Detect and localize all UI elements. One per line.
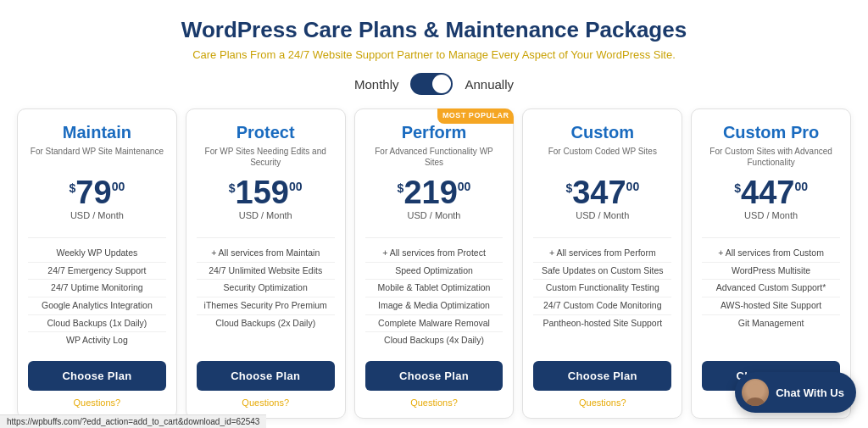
chat-avatar [742,379,769,406]
questions-link-protect[interactable]: Questions? [242,397,289,408]
feature-item: Cloud Backups (1x Daily) [28,315,166,333]
billing-toggle[interactable] [410,73,453,95]
plan-name-perform: Perform [402,123,467,142]
plan-price-maintain: $ 79 00 [70,176,125,208]
price-amount: 447 [741,176,794,208]
price-dollar: $ [565,181,572,195]
price-period-custom-pro: USD / Month [744,210,798,220]
status-url: https://wpbuffs.com/?edd_action=add_to_c… [7,417,259,426]
feature-item: Image & Media Optimization [365,297,504,315]
price-cents: 00 [794,180,808,193]
status-bar: https://wpbuffs.com/?edd_action=add_to_c… [0,414,266,428]
price-divider [365,237,504,238]
svg-point-0 [749,384,761,396]
plan-name-protect: Protect [236,123,295,142]
price-amount: 159 [236,176,289,208]
feature-item: Weekly WP Updates [28,245,166,263]
features-list-maintain: Weekly WP Updates24/7 Emergency Support2… [28,245,166,349]
feature-item: + All services from Maintain [197,245,335,263]
feature-item: iThemes Security Pro Premium [197,297,335,315]
choose-plan-button-maintain[interactable]: Choose Plan [28,361,166,391]
feature-item: Custom Functionality Testing [533,280,671,297]
feature-item: Cloud Backups (2x Daily) [197,315,335,332]
price-amount: 347 [572,176,626,208]
feature-item: Pantheon-hosted Site Support [533,315,671,332]
billing-toggle-row: Monthly Annually [17,73,851,95]
annually-label: Annually [465,77,514,92]
choose-plan-button-perform[interactable]: Choose Plan [365,361,504,391]
chat-label: Chat With Us [776,386,844,399]
price-cents: 00 [458,180,471,193]
price-dollar: $ [734,181,741,195]
features-list-perform: + All services from ProtectSpeed Optimiz… [365,245,504,349]
price-divider [28,237,166,238]
monthly-label: Monthly [354,77,399,92]
plan-name-custom: Custom [571,123,634,142]
price-amount: 79 [75,176,111,208]
feature-item: Google Analytics Integration [28,297,166,315]
price-period-perform: USD / Month [408,210,461,220]
price-amount: 219 [403,176,457,208]
price-dollar: $ [70,181,76,195]
price-cents: 00 [112,180,125,193]
questions-link-perform[interactable]: Questions? [410,397,458,408]
price-period-protect: USD / Month [239,210,292,220]
price-period-maintain: USD / Month [70,210,124,220]
questions-link-maintain[interactable]: Questions? [74,397,121,408]
plan-tagline-perform: For Advanced Functionality WP Sites [365,146,504,168]
feature-item: + All services from Perform [533,245,671,263]
price-dollar: $ [229,181,236,195]
page-header: WordPress Care Plans & Maintenance Packa… [17,17,851,61]
feature-item: Cloud Backups (4x Daily) [365,332,504,349]
features-list-protect: + All services from Maintain24/7 Unlimit… [197,245,335,349]
features-list-custom-pro: + All services from CustomWordPress Mult… [702,245,840,349]
features-list-custom: + All services from PerformSafe Updates … [533,245,671,349]
feature-item: 24/7 Custom Code Monitoring [533,297,671,315]
feature-item: Mobile & Tablet Optimization [365,280,504,297]
feature-item: Git Management [702,315,840,332]
chat-widget[interactable]: Chat With Us [735,372,856,413]
feature-item: + All services from Custom [702,245,840,263]
price-cents: 00 [626,180,640,193]
plan-card-custom: Custom For Custom Coded WP Sites $ 347 0… [522,108,682,419]
plan-name-maintain: Maintain [63,123,131,142]
feature-item: Speed Optimization [365,263,504,281]
avatar-image [742,379,769,406]
feature-item: Advanced Custom Support* [702,280,840,297]
popular-badge: MOST POPULAR [437,108,515,124]
feature-item: + All services from Protect [365,245,504,263]
price-divider [197,237,335,238]
page-title: WordPress Care Plans & Maintenance Packa… [17,17,851,43]
price-divider [702,237,840,238]
feature-item: 24/7 Unlimited Website Edits [197,263,335,281]
page-subtitle: Care Plans From a 24/7 Website Support P… [17,48,851,61]
price-period-custom: USD / Month [576,210,629,220]
price-cents: 00 [289,180,303,193]
plan-price-custom-pro: $ 447 00 [734,176,808,208]
questions-link-custom[interactable]: Questions? [579,397,626,408]
plan-tagline-custom: For Custom Coded WP Sites [548,146,657,168]
feature-item: Complete Malware Removal [365,315,504,333]
plan-tagline-protect: For WP Sites Needing Edits and Security [197,146,335,168]
plan-tagline-custom-pro: For Custom Sites with Advanced Functiona… [702,146,840,168]
price-divider [533,237,671,238]
feature-item: WP Activity Log [28,332,166,349]
choose-plan-button-custom[interactable]: Choose Plan [533,361,671,391]
plan-card-protect: Protect For WP Sites Needing Edits and S… [186,108,346,419]
price-dollar: $ [398,181,404,195]
plan-price-perform: $ 219 00 [398,176,471,208]
plan-price-protect: $ 159 00 [229,176,303,208]
plan-name-custom-pro: Custom Pro [723,123,819,142]
plan-price-custom: $ 347 00 [565,176,639,208]
feature-item: Safe Updates on Custom Sites [533,263,671,281]
feature-item: WordPress Multisite [702,263,840,281]
plans-grid: Maintain For Standard WP Site Maintenanc… [17,108,851,419]
feature-item: Security Optimization [197,280,335,297]
plan-card-perform: MOST POPULAR Perform For Advanced Functi… [354,108,515,419]
plan-tagline-maintain: For Standard WP Site Maintenance [31,146,164,168]
feature-item: 24/7 Uptime Monitoring [28,280,166,297]
feature-item: AWS-hosted Site Support [702,297,840,315]
plan-card-maintain: Maintain For Standard WP Site Maintenanc… [17,108,177,419]
choose-plan-button-protect[interactable]: Choose Plan [197,361,335,391]
svg-point-1 [746,397,765,406]
